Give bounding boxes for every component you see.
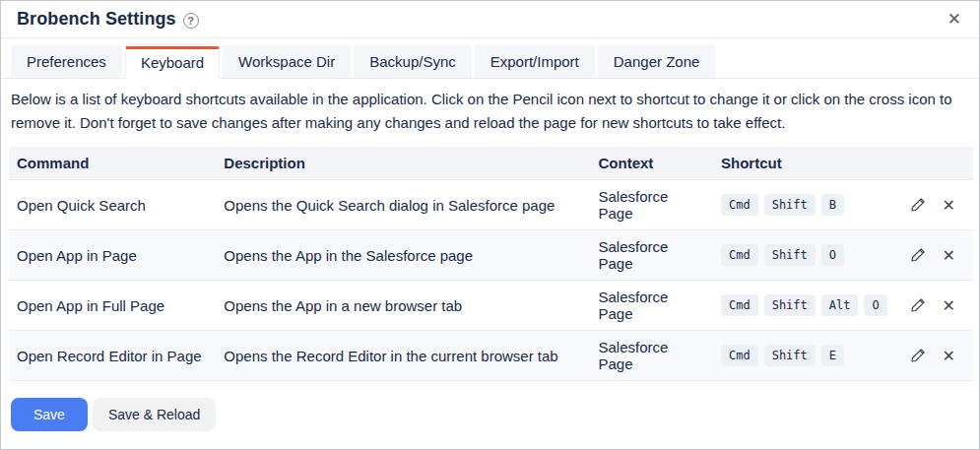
actions-cell: ✕ <box>902 180 973 230</box>
save-button[interactable]: Save <box>11 398 88 431</box>
key-badge: Cmd <box>721 244 758 266</box>
context-cell: Salesforce Page <box>590 230 712 281</box>
context-cell: Salesforce Page <box>590 180 712 230</box>
column-header-context: Context <box>590 147 712 180</box>
help-icon[interactable]: ? <box>183 13 199 29</box>
save-reload-button[interactable]: Save & Reload <box>93 398 216 431</box>
description-cell: Opens the App in a new browser tab <box>216 281 590 331</box>
tab-export-import[interactable]: Export/Import <box>475 45 595 78</box>
command-cell: Open App in Page <box>9 230 216 281</box>
table-header-row: Command Description Context Shortcut <box>9 147 973 180</box>
key-badge: Shift <box>764 294 816 316</box>
key-badge: Cmd <box>721 294 758 316</box>
key-badge: Shift <box>764 345 816 366</box>
key-badge: Cmd <box>721 345 758 366</box>
shortcuts-table: Command Description Context Shortcut Ope… <box>9 147 973 381</box>
key-badge: B <box>821 194 844 216</box>
delete-shortcut-icon[interactable]: ✕ <box>943 196 955 215</box>
tab-backup-sync[interactable]: Backup/Sync <box>354 45 472 78</box>
tab-keyboard[interactable]: Keyboard <box>125 46 220 79</box>
table-row: Open App in Full Page Opens the App in a… <box>9 281 973 331</box>
context-cell: Salesforce Page <box>590 331 712 381</box>
key-badge: Alt <box>821 294 859 316</box>
shortcut-cell: CmdShiftO <box>713 230 902 281</box>
column-header-actions <box>902 147 973 180</box>
key-badge: O <box>821 244 844 266</box>
pencil-icon[interactable] <box>910 197 926 213</box>
column-header-command: Command <box>9 147 216 180</box>
key-badge: Shift <box>764 194 816 216</box>
column-header-shortcut: Shortcut <box>713 147 902 180</box>
footer: Save Save & Reload <box>1 381 979 448</box>
pencil-icon[interactable] <box>910 247 926 263</box>
tab-danger-zone[interactable]: Danger Zone <box>598 45 716 78</box>
table-row: Open Quick Search Opens the Quick Search… <box>9 180 973 230</box>
page-title: Brobench Settings <box>17 9 176 30</box>
key-badge: Cmd <box>721 194 758 216</box>
tab-bar: Preferences Keyboard Workspace Dir Backu… <box>1 38 979 79</box>
key-badge: O <box>864 294 886 316</box>
close-icon[interactable]: ✕ <box>946 9 963 30</box>
tab-workspace-dir[interactable]: Workspace Dir <box>223 45 351 78</box>
dialog-header: Brobench Settings ? ✕ <box>1 1 979 38</box>
key-badge: Shift <box>764 244 816 266</box>
shortcut-cell: CmdShiftB <box>713 180 902 230</box>
command-cell: Open Quick Search <box>9 180 216 230</box>
shortcut-cell: CmdShiftAltO <box>713 281 902 331</box>
actions-cell: ✕ <box>902 230 973 281</box>
key-badge: E <box>821 345 844 366</box>
delete-shortcut-icon[interactable]: ✕ <box>943 347 955 365</box>
table-row: Open Record Editor in Page Opens the Rec… <box>9 331 973 381</box>
shortcuts-description: Below is a list of keyboard shortcuts av… <box>1 79 971 147</box>
description-cell: Opens the Quick Search dialog in Salesfo… <box>216 180 590 230</box>
command-cell: Open Record Editor in Page <box>9 331 216 381</box>
command-cell: Open App in Full Page <box>9 281 216 331</box>
table-row: Open App in Page Opens the App in the Sa… <box>9 230 973 281</box>
column-header-description: Description <box>216 147 590 180</box>
actions-cell: ✕ <box>902 281 973 331</box>
description-cell: Opens the App in the Salesforce page <box>216 230 590 281</box>
description-cell: Opens the Record Editor in the current b… <box>216 331 590 381</box>
actions-cell: ✕ <box>902 331 973 381</box>
tab-preferences[interactable]: Preferences <box>11 45 122 78</box>
delete-shortcut-icon[interactable]: ✕ <box>943 296 955 315</box>
shortcut-cell: CmdShiftE <box>713 331 902 381</box>
context-cell: Salesforce Page <box>590 281 712 331</box>
delete-shortcut-icon[interactable]: ✕ <box>943 246 955 265</box>
pencil-icon[interactable] <box>910 297 926 313</box>
pencil-icon[interactable] <box>910 348 926 363</box>
